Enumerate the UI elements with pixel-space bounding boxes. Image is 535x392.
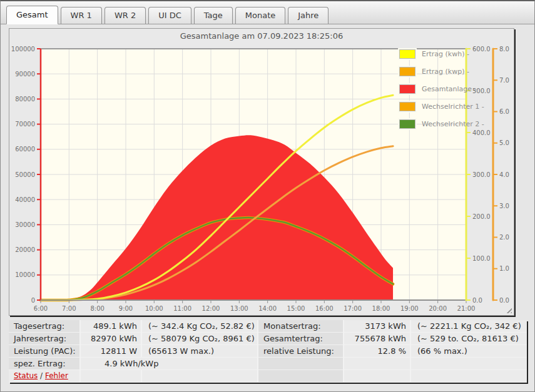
svg-text:11:00: 11:00 — [173, 305, 191, 312]
stat-value: 489.1 kWh — [81, 320, 141, 332]
legend-swatch-orange-icon — [399, 67, 415, 76]
legend-label: Gesamtanlage - — [422, 85, 477, 93]
stat-value: 3173 kWh — [344, 320, 410, 332]
stat-value: 12.8 % — [344, 345, 410, 357]
empty-cell — [344, 370, 410, 382]
stat-detail: (~ 2221.1 Kg CO₂, 342 €) — [411, 320, 527, 332]
tab-wr2[interactable]: WR 2 — [104, 7, 146, 24]
svg-text:6:00: 6:00 — [34, 305, 48, 312]
svg-text:19:00: 19:00 — [400, 305, 419, 312]
stat-value: 755678 kWh — [344, 333, 410, 344]
legend-label: Wechselrichter 1 - — [422, 103, 484, 111]
tab-bar: Gesamt WR 1 WR 2 UI DC Tage Monate Jahre — [1, 1, 534, 24]
chart-panel: Gesamtanlage am 07.09.2023 18:25:06 0100… — [9, 28, 514, 316]
stat-label: Jahresertrag: — [9, 333, 79, 344]
svg-text:12:00: 12:00 — [202, 305, 220, 312]
empty-cell — [142, 370, 257, 382]
svg-text:60000: 60000 — [15, 146, 35, 153]
stat-detail: (65613 W max.) — [142, 345, 257, 357]
stat-label: Monatsertrag: — [258, 320, 343, 332]
svg-text:13:00: 13:00 — [230, 305, 248, 312]
svg-text:0: 0 — [31, 297, 35, 304]
svg-text:9:00: 9:00 — [119, 305, 133, 312]
svg-text:20000: 20000 — [15, 246, 35, 253]
legend-item-wechselrichter-1[interactable]: Wechselrichter 1 - — [399, 102, 484, 111]
svg-text:20:00: 20:00 — [429, 305, 447, 312]
legend-item-wechselrichter-2[interactable]: Wechselrichter 2 - — [399, 119, 484, 128]
legend-item-ertrag-kwp[interactable]: Ertrag (kwp) - — [399, 67, 484, 76]
svg-text:18:00: 18:00 — [372, 305, 390, 312]
legend-swatch-green-icon — [399, 119, 415, 129]
svg-text:3.0: 3.0 — [499, 203, 509, 209]
stat-label: Tagesertrag: — [9, 320, 79, 332]
svg-text:21:00: 21:00 — [457, 305, 476, 312]
svg-text:10000: 10000 — [15, 271, 35, 278]
svg-text:8:00: 8:00 — [90, 305, 104, 312]
svg-text:300.0: 300.0 — [472, 171, 491, 178]
stat-detail: (~ 342.4 Kg CO₂, 52.82 €) — [142, 320, 257, 332]
svg-text:40000: 40000 — [15, 196, 35, 203]
content-area: Gesamtanlage am 07.09.2023 18:25:06 0100… — [1, 24, 534, 383]
stat-label: Leistung (PAC): — [9, 345, 79, 357]
svg-text:100000: 100000 — [11, 46, 35, 53]
tab-jahre[interactable]: Jahre — [288, 7, 329, 24]
svg-text:17:00: 17:00 — [344, 305, 362, 312]
tab-wr1[interactable]: WR 1 — [61, 7, 102, 24]
status-fehler-cell: Status / Fehler — [9, 370, 79, 382]
legend-item-ertrag-kwh[interactable]: Ertrag (kwh) - — [399, 49, 484, 58]
svg-text:50000: 50000 — [15, 171, 35, 178]
chart-legend: Ertrag (kwh) - Ertrag (kwp) - Gesamtanla… — [399, 49, 484, 137]
svg-text:15:00: 15:00 — [287, 305, 305, 312]
svg-text:100.0: 100.0 — [472, 255, 491, 262]
stat-detail: (~ 529 to. CO₂, 81613 €) — [411, 333, 527, 344]
stat-detail: (~ 58079 Kg CO₂, 8961 €) — [142, 333, 257, 344]
chart-title: Gesamtanlage am 07.09.2023 18:25:06 — [9, 29, 514, 44]
tab-monate[interactable]: Monate — [235, 7, 285, 24]
stat-label — [258, 358, 343, 369]
app-window: Gesamt WR 1 WR 2 UI DC Tage Monate Jahre… — [0, 0, 535, 392]
stat-label: spez. Ertrag: — [9, 358, 79, 369]
legend-swatch-orange2-icon — [399, 102, 415, 111]
svg-text:5.0: 5.0 — [499, 139, 509, 146]
stat-detail — [411, 358, 527, 369]
svg-text:6.0: 6.0 — [499, 108, 509, 115]
svg-text:1.0: 1.0 — [499, 265, 509, 272]
svg-text:14:00: 14:00 — [258, 305, 277, 312]
stat-value: 4.9 kWh/kWp — [81, 358, 257, 369]
legend-item-gesamtanlage[interactable]: Gesamtanlage - — [399, 84, 484, 93]
empty-cell — [258, 370, 343, 382]
svg-text:7:00: 7:00 — [62, 305, 76, 312]
legend-label: Ertrag (kwh) - — [422, 50, 469, 58]
legend-label: Wechselrichter 2 - — [422, 120, 484, 128]
stat-label: Gesamtertrag: — [258, 333, 343, 344]
svg-text:80000: 80000 — [15, 96, 35, 103]
svg-text:4.0: 4.0 — [499, 171, 509, 178]
stats-table: Tagesertrag: 489.1 kWh (~ 342.4 Kg CO₂, … — [9, 320, 527, 383]
stat-label: relative Leistung: — [258, 345, 343, 357]
svg-text:0.0: 0.0 — [499, 297, 509, 304]
tab-tage[interactable]: Tage — [194, 7, 233, 24]
legend-swatch-yellow-icon — [399, 49, 415, 59]
tab-uidc[interactable]: UI DC — [148, 7, 191, 24]
svg-text:90000: 90000 — [15, 71, 35, 78]
svg-text:8.0: 8.0 — [499, 46, 509, 53]
legend-swatch-red-icon — [399, 84, 415, 94]
svg-text:10:00: 10:00 — [145, 305, 163, 312]
fehler-link[interactable]: Fehler — [45, 371, 68, 380]
svg-text:16:00: 16:00 — [315, 305, 334, 312]
empty-cell — [411, 370, 527, 382]
chart-area: 0100002000030000400005000060000700008000… — [9, 44, 514, 315]
stat-value: 82970 kWh — [81, 333, 141, 344]
stat-detail: (66 % max.) — [411, 345, 527, 357]
tab-gesamt[interactable]: Gesamt — [6, 6, 58, 24]
svg-text:200.0: 200.0 — [472, 213, 491, 220]
svg-text:70000: 70000 — [15, 121, 35, 128]
svg-text:30000: 30000 — [15, 221, 35, 228]
svg-text:0.0: 0.0 — [472, 297, 482, 304]
empty-cell — [81, 370, 141, 382]
stat-value — [344, 358, 410, 369]
stat-value: 12811 W — [81, 345, 141, 357]
link-separator: / — [40, 371, 43, 380]
status-link[interactable]: Status — [14, 371, 38, 380]
svg-text:2.0: 2.0 — [499, 234, 509, 241]
